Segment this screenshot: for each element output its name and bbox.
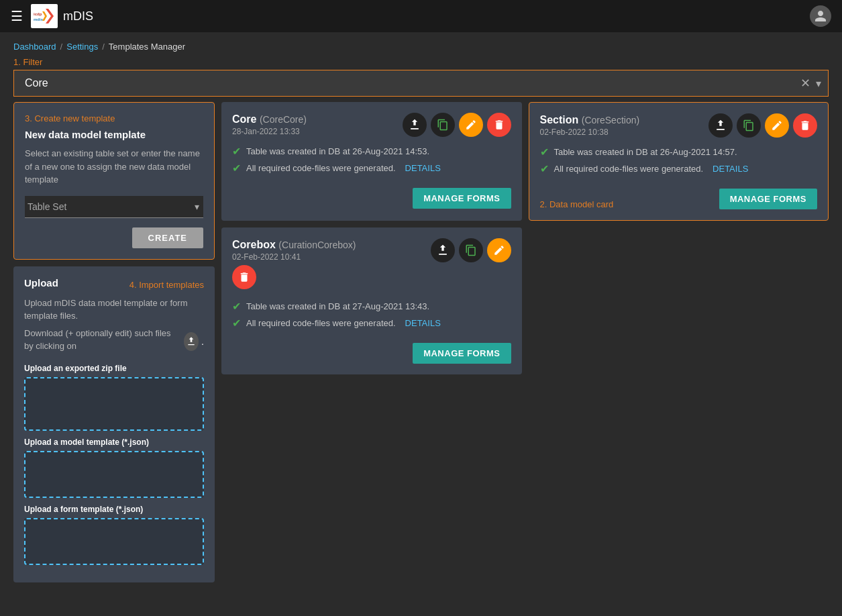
upload-model-droparea[interactable] bbox=[24, 451, 204, 498]
status-section-corebox: ✔ Table was created in DB at 27-Aug-2021… bbox=[232, 300, 511, 329]
breadcrumb-settings[interactable]: Settings bbox=[66, 42, 98, 52]
upload-form-droparea[interactable] bbox=[24, 518, 204, 565]
upload-suffix: . bbox=[201, 336, 204, 347]
import-templates-label: 4. Import templates bbox=[129, 280, 204, 290]
details-link-corebox[interactable]: DETAILS bbox=[405, 318, 441, 328]
menu-icon[interactable]: ☰ bbox=[11, 8, 23, 24]
upload-form-label: Upload a form template (*.json) bbox=[24, 505, 204, 514]
filter-dropdown-button[interactable]: ▾ bbox=[816, 77, 821, 90]
breadcrumb-sep2: / bbox=[102, 42, 105, 52]
filter-clear-button[interactable]: ✕ bbox=[800, 77, 810, 89]
manage-forms-btn-section[interactable]: MANAGE FORMS bbox=[719, 189, 817, 209]
table-set-select[interactable]: Table Set bbox=[25, 196, 203, 218]
download-btn-corebox[interactable] bbox=[431, 238, 455, 262]
card-subtitle-corebox: (CurationCorebox) bbox=[278, 240, 356, 250]
download-icon bbox=[184, 332, 199, 351]
card-title-section: Section (CoreSection) bbox=[540, 114, 709, 126]
topnav: ☰ icdp mdis mDIS bbox=[0, 0, 842, 32]
details-link-section[interactable]: DETAILS bbox=[713, 164, 748, 174]
create-template-card: 3. Create new template New data model te… bbox=[13, 102, 215, 260]
logo: icdp mdis bbox=[31, 4, 58, 28]
card-title-block-section: Section (CoreSection) 02-Feb-2022 10:38 bbox=[540, 114, 709, 137]
check-icon2-core: ✔ bbox=[232, 162, 241, 174]
copy-btn-section[interactable] bbox=[737, 113, 761, 138]
card-date-section: 02-Feb-2022 10:38 bbox=[540, 127, 709, 137]
delete-btn-corebox[interactable] bbox=[232, 265, 256, 289]
create-template-label: 3. Create new template bbox=[25, 113, 203, 123]
card-date-corebox: 02-Feb-2022 10:41 bbox=[232, 252, 431, 262]
card-name-section: Section bbox=[540, 114, 579, 125]
breadcrumb-dashboard[interactable]: Dashboard bbox=[13, 42, 56, 52]
upload-model-label: Upload a model template (*.json) bbox=[24, 438, 204, 447]
upload-inline: Download (+ optionally edit) such files … bbox=[24, 327, 204, 357]
upload-card: Upload 4. Import templates Upload mDIS d… bbox=[13, 266, 215, 582]
status-row1-core: ✔ Table was created in DB at 26-Aug-2021… bbox=[232, 145, 511, 158]
card-footer-corebox: MANAGE FORMS bbox=[232, 343, 511, 364]
status-text2-core: All required code-files were generated. bbox=[246, 163, 396, 173]
check-icon1-corebox: ✔ bbox=[232, 300, 241, 313]
manage-forms-btn-core[interactable]: MANAGE FORMS bbox=[413, 188, 511, 209]
status-text1-section: Table was created in DB at 26-Aug-2021 1… bbox=[554, 147, 737, 157]
card-name-corebox: Corebox bbox=[232, 239, 276, 250]
template-card-corebox: Corebox (CurationCorebox) 02-Feb-2022 10… bbox=[221, 227, 522, 374]
user-avatar[interactable] bbox=[810, 5, 831, 27]
card-title-core: Core (CoreCore) bbox=[232, 113, 403, 125]
edit-btn-corebox[interactable] bbox=[487, 238, 511, 262]
filter-actions: ✕ ▾ bbox=[800, 77, 821, 90]
card-footer-core: MANAGE FORMS bbox=[232, 188, 511, 209]
filter-section: 1. Filter ✕ ▾ bbox=[13, 57, 829, 97]
app-title: mDIS bbox=[63, 9, 93, 23]
edit-btn-section[interactable] bbox=[765, 113, 789, 138]
breadcrumb-current: Templates Manager bbox=[109, 42, 185, 52]
card-header-section: Section (CoreSection) 02-Feb-2022 10:38 bbox=[540, 113, 818, 138]
card-subtitle-section: (CoreSection) bbox=[582, 115, 639, 125]
filter-input[interactable] bbox=[21, 70, 800, 96]
status-row2-corebox: ✔ All required code-files were generated… bbox=[232, 317, 511, 329]
filter-input-wrap: ✕ ▾ bbox=[13, 70, 829, 97]
card-header-core: Core (CoreCore) 28-Jan-2022 13:33 bbox=[232, 113, 511, 137]
status-row2-section: ✔ All required code-files were generated… bbox=[540, 162, 818, 175]
card-actions-section bbox=[708, 113, 817, 138]
delete-btn-core[interactable] bbox=[487, 113, 511, 137]
create-template-description: Select an existing table set or enter th… bbox=[25, 147, 203, 187]
data-model-card-label: 2. Data model card bbox=[540, 199, 614, 209]
svg-text:mdis: mdis bbox=[34, 17, 44, 21]
manage-forms-btn-corebox[interactable]: MANAGE FORMS bbox=[413, 343, 511, 364]
card-date-core: 28-Jan-2022 13:33 bbox=[232, 127, 403, 136]
card-header-corebox: Corebox (CurationCorebox) 02-Feb-2022 10… bbox=[232, 238, 511, 262]
template-card-core: Core (CoreCore) 28-Jan-2022 13:33 bbox=[221, 102, 522, 221]
cards-area: Core (CoreCore) 28-Jan-2022 13:33 bbox=[221, 102, 829, 616]
check-icon2-section: ✔ bbox=[540, 162, 549, 175]
status-text1-core: Table was created in DB at 26-Aug-2021 1… bbox=[246, 146, 429, 156]
logo-area: icdp mdis mDIS bbox=[31, 4, 93, 28]
card-actions-corebox bbox=[431, 238, 511, 262]
check-icon2-corebox: ✔ bbox=[232, 317, 241, 329]
filter-label: 1. Filter bbox=[13, 57, 829, 67]
card-actions-core bbox=[403, 113, 511, 137]
copy-btn-core[interactable] bbox=[431, 113, 455, 137]
breadcrumb: Dashboard / Settings / Templates Manager bbox=[0, 32, 842, 57]
upload-zip-droparea[interactable] bbox=[24, 377, 204, 431]
upload-description1: Upload mDIS data model template or form … bbox=[24, 297, 204, 323]
upload-zip-label: Upload an exported zip file bbox=[24, 364, 204, 373]
upload-description2: Download (+ optionally edit) such files … bbox=[24, 327, 181, 353]
table-set-select-wrap: Table Set ▾ bbox=[25, 196, 203, 218]
check-icon1-core: ✔ bbox=[232, 145, 241, 158]
card-title-block-corebox: Corebox (CurationCorebox) 02-Feb-2022 10… bbox=[232, 239, 431, 262]
upload-title: Upload bbox=[24, 277, 58, 289]
create-template-title: New data model template bbox=[25, 129, 203, 140]
download-btn-section[interactable] bbox=[708, 113, 733, 138]
create-button[interactable]: CREATE bbox=[132, 227, 203, 248]
main-layout: 3. Create new template New data model te… bbox=[0, 102, 842, 616]
status-section-section: ✔ Table was created in DB at 26-Aug-2021… bbox=[540, 146, 818, 175]
copy-btn-corebox[interactable] bbox=[459, 238, 483, 262]
svg-text:icdp: icdp bbox=[34, 12, 42, 16]
breadcrumb-sep1: / bbox=[60, 42, 63, 52]
check-icon1-section: ✔ bbox=[540, 146, 549, 158]
delete-btn-section[interactable] bbox=[793, 113, 817, 138]
edit-btn-core[interactable] bbox=[459, 113, 483, 137]
sidebar: 3. Create new template New data model te… bbox=[13, 102, 221, 616]
details-link-core[interactable]: DETAILS bbox=[405, 163, 441, 173]
status-row1-corebox: ✔ Table was created in DB at 27-Aug-2021… bbox=[232, 300, 511, 313]
download-btn-core[interactable] bbox=[403, 113, 427, 137]
